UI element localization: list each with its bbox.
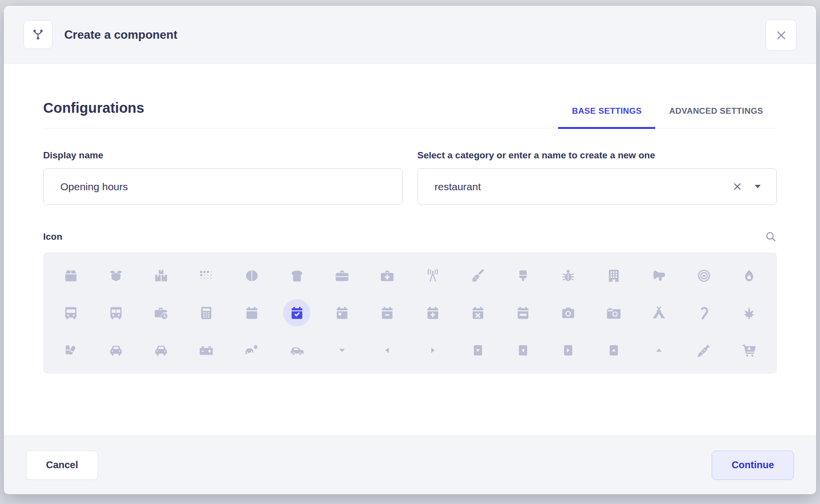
icon-option-caret-up[interactable] xyxy=(636,333,681,367)
icon-option-calendar[interactable] xyxy=(229,296,274,330)
icon-option-campground[interactable] xyxy=(636,296,681,330)
camera-retro-icon xyxy=(606,305,621,321)
icon-option-car-crash[interactable] xyxy=(229,333,274,367)
caret-up-icon xyxy=(651,343,666,358)
business-time-icon xyxy=(154,305,169,321)
bread-slice-icon xyxy=(289,268,305,283)
category-label: Select a category or enter a name to cre… xyxy=(417,150,777,161)
icon-option-candy-cane[interactable] xyxy=(682,296,727,330)
icon-option-caret-square-down[interactable] xyxy=(455,333,500,367)
icon-wrap xyxy=(464,336,491,364)
icon-option-caret-square-left[interactable] xyxy=(501,333,546,367)
icon-option-caret-down[interactable] xyxy=(320,333,365,367)
icon-option-carrot[interactable] xyxy=(682,333,727,367)
icon-option-building[interactable] xyxy=(591,259,636,293)
calendar-check-icon xyxy=(289,305,305,321)
icon-wrap xyxy=(691,336,718,364)
icon-option-business-time[interactable] xyxy=(139,296,184,330)
broadcast-tower-icon xyxy=(425,268,440,283)
icon-option-calculator[interactable] xyxy=(184,296,229,330)
icon-option-calendar-week[interactable] xyxy=(501,296,546,330)
icon-option-broom[interactable] xyxy=(455,259,500,293)
icon-option-brain[interactable] xyxy=(229,259,274,293)
icon-option-cart-arrow-down[interactable] xyxy=(727,333,772,367)
icon-option-calendar-day[interactable] xyxy=(320,296,365,330)
icon-option-bullhorn[interactable] xyxy=(636,259,681,293)
icon-option-bus[interactable] xyxy=(48,296,93,330)
icon-wrap xyxy=(57,299,84,327)
icon-option-cannabis[interactable] xyxy=(727,296,772,330)
selected-icon-highlight xyxy=(283,299,310,327)
page-title: Configurations xyxy=(43,100,144,128)
icon-option-capsules[interactable] xyxy=(48,333,93,367)
icon-wrap xyxy=(238,299,265,327)
display-name-input[interactable] xyxy=(43,168,403,205)
car-alt-icon xyxy=(154,343,169,358)
icon-option-boxes[interactable] xyxy=(139,259,184,293)
icon-option-car-battery[interactable] xyxy=(184,333,229,367)
box-icon xyxy=(63,268,78,283)
category-input[interactable] xyxy=(417,168,777,205)
close-button[interactable] xyxy=(766,20,796,50)
briefcase-icon xyxy=(334,268,350,283)
icon-option-caret-left[interactable] xyxy=(365,333,410,367)
icon-option-camera-retro[interactable] xyxy=(591,296,636,330)
caret-down-icon[interactable] xyxy=(754,184,761,189)
icon-option-broadcast-tower[interactable] xyxy=(410,259,455,293)
category-field-group: Select a category or enter a name to cre… xyxy=(417,150,777,205)
dialog-footer: Cancel Continue xyxy=(4,435,816,494)
icon-option-caret-right[interactable] xyxy=(410,333,455,367)
icon-option-bread-slice[interactable] xyxy=(274,259,319,293)
car-battery-icon xyxy=(199,343,214,358)
icon-option-bus-alt[interactable] xyxy=(93,296,138,330)
icon-wrap xyxy=(419,299,446,327)
caret-square-left-icon xyxy=(515,343,531,358)
icon-option-brush[interactable] xyxy=(501,259,546,293)
icon-wrap xyxy=(329,299,356,327)
icon-option-briefcase[interactable] xyxy=(320,259,365,293)
settings-tabs: BASE SETTINGS ADVANCED SETTINGS xyxy=(558,106,777,128)
clear-x-icon[interactable] xyxy=(732,181,743,192)
tab-base-settings[interactable]: BASE SETTINGS xyxy=(558,106,655,129)
cannabis-icon xyxy=(742,305,757,321)
tab-advanced-settings[interactable]: ADVANCED SETTINGS xyxy=(655,106,777,129)
icon-option-burn[interactable] xyxy=(727,259,772,293)
icon-wrap xyxy=(283,336,310,364)
icon-option-car-alt[interactable] xyxy=(139,333,184,367)
box-open-icon xyxy=(108,268,124,283)
icon-wrap xyxy=(736,262,763,290)
continue-button[interactable]: Continue xyxy=(712,451,794,480)
icon-wrap xyxy=(57,262,84,290)
icon-option-car[interactable] xyxy=(93,333,138,367)
icon-wrap xyxy=(102,299,129,327)
icon-wrap xyxy=(645,262,672,290)
icon-option-bullseye[interactable] xyxy=(682,259,727,293)
cancel-button[interactable]: Cancel xyxy=(26,451,98,480)
carrot-icon xyxy=(696,343,712,358)
page-backdrop: { "modal": { "title": "Create a componen… xyxy=(0,0,820,504)
dialog-body: Configurations BASE SETTINGS ADVANCED SE… xyxy=(4,64,816,435)
icon-option-car-side[interactable] xyxy=(274,333,319,367)
search-icon[interactable] xyxy=(765,230,777,243)
icon-option-box[interactable] xyxy=(48,259,93,293)
icon-option-calendar-times[interactable] xyxy=(455,296,500,330)
icon-wrap xyxy=(238,336,265,364)
icon-option-caret-square-right[interactable] xyxy=(546,333,591,367)
icon-option-briefcase-medical[interactable] xyxy=(365,259,410,293)
icon-option-caret-square-up[interactable] xyxy=(591,333,636,367)
broom-icon xyxy=(470,268,486,283)
create-component-dialog: Create a component Configurations BASE S… xyxy=(4,6,816,494)
icon-option-calendar-plus[interactable] xyxy=(410,296,455,330)
capsules-icon xyxy=(63,343,78,358)
icon-option-calendar-minus[interactable] xyxy=(365,296,410,330)
icon-option-braille[interactable] xyxy=(184,259,229,293)
icon-row xyxy=(48,259,772,293)
calendar-week-icon xyxy=(515,305,531,321)
icon-wrap xyxy=(555,299,582,327)
caret-square-up-icon xyxy=(606,343,621,358)
icon-option-box-open[interactable] xyxy=(93,259,138,293)
icon-option-bug[interactable] xyxy=(546,259,591,293)
icon-wrap xyxy=(419,336,446,364)
icon-option-camera[interactable] xyxy=(546,296,591,330)
icon-option-calendar-check[interactable] xyxy=(274,296,319,330)
